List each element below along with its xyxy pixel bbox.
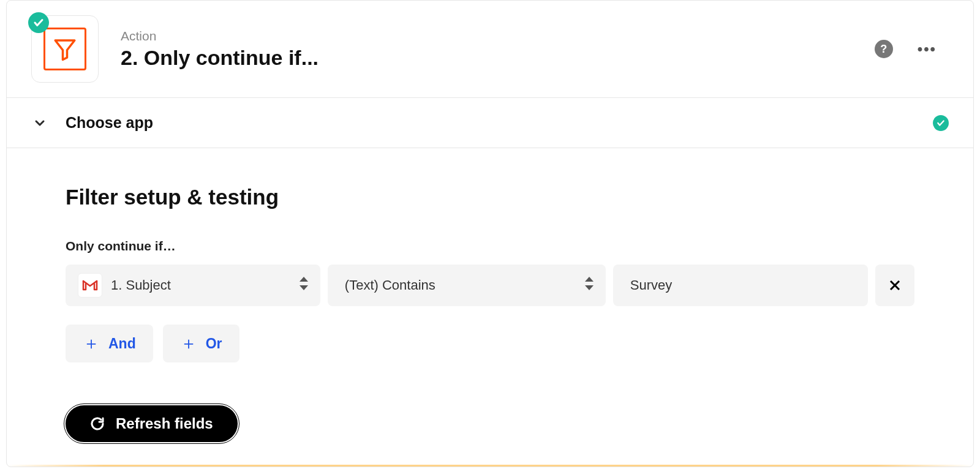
- filter-field-value: 1. Subject: [111, 277, 171, 293]
- svg-marker-0: [55, 40, 75, 60]
- refresh-label: Refresh fields: [116, 415, 213, 432]
- section-check-icon: [933, 115, 949, 131]
- step-icon: [31, 15, 99, 83]
- help-button[interactable]: ?: [875, 40, 893, 58]
- condition-subtitle: Only continue if…: [66, 239, 914, 253]
- add-or-button[interactable]: ＋ Or: [163, 325, 239, 362]
- svg-marker-1: [300, 277, 308, 282]
- filter-value-text: Survey: [630, 277, 672, 293]
- header-actions: ? •••: [875, 40, 949, 58]
- body-title: Filter setup & testing: [66, 185, 914, 209]
- choose-app-label: Choose app: [66, 114, 153, 132]
- sort-icon: [300, 277, 308, 294]
- more-menu-button[interactable]: •••: [918, 40, 937, 58]
- plus-icon: ＋: [180, 332, 197, 355]
- svg-marker-2: [300, 285, 308, 290]
- delete-condition-button[interactable]: [875, 265, 914, 306]
- check-badge-icon: [28, 12, 49, 33]
- plus-icon: ＋: [83, 332, 100, 355]
- filter-row: 1. Subject (Text) Contains Survey: [66, 265, 914, 306]
- filter-field-select[interactable]: 1. Subject: [66, 265, 320, 306]
- sort-icon: [585, 277, 594, 294]
- filter-condition-select[interactable]: (Text) Contains: [328, 265, 606, 306]
- refresh-fields-button[interactable]: Refresh fields: [66, 405, 238, 442]
- filter-condition-value: (Text) Contains: [345, 277, 435, 293]
- filter-icon: [43, 28, 86, 70]
- and-label: And: [108, 336, 136, 352]
- gmail-icon: [78, 273, 102, 298]
- or-label: Or: [206, 336, 222, 352]
- filter-value-input[interactable]: Survey: [613, 265, 868, 306]
- panel-body: Filter setup & testing Only continue if……: [7, 148, 973, 467]
- header-text: Action 2. Only continue if...: [121, 29, 875, 70]
- logic-buttons: ＋ And ＋ Or: [66, 325, 914, 362]
- svg-marker-4: [585, 285, 594, 290]
- action-panel: Action 2. Only continue if... ? ••• Choo…: [6, 0, 974, 467]
- chevron-down-icon: [31, 114, 48, 132]
- panel-header: Action 2. Only continue if... ? •••: [7, 1, 973, 98]
- action-label: Action: [121, 29, 875, 43]
- svg-marker-3: [585, 277, 594, 282]
- add-and-button[interactable]: ＋ And: [66, 325, 153, 362]
- bottom-accent: [7, 465, 973, 467]
- step-title: 2. Only continue if...: [121, 46, 875, 70]
- choose-app-row[interactable]: Choose app: [7, 98, 973, 148]
